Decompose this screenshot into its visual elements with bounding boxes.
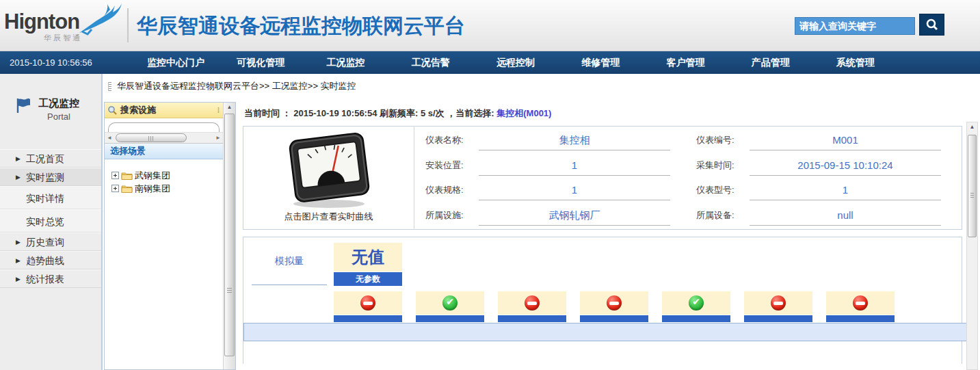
folder-icon bbox=[121, 184, 133, 194]
field-label: 仪表型号: bbox=[688, 184, 750, 196]
field-label: 采集时间: bbox=[688, 159, 750, 172]
sidebar-item-label: 工况首页 bbox=[26, 153, 64, 164]
scroll-left-arrow-icon[interactable]: ◄ bbox=[106, 135, 113, 141]
analog-values-panel: 模拟量 无值 无参数 bbox=[243, 237, 962, 364]
status-card-bar bbox=[744, 315, 812, 322]
sidebar-item-label: 实时总览 bbox=[26, 216, 64, 227]
nav-item-remote-control[interactable]: 远程控制 bbox=[473, 57, 558, 69]
horizontal-scrollbar[interactable]: ◄ ► bbox=[105, 132, 223, 144]
refresh-rate-text: 刷新频率: 5 s/次 bbox=[380, 108, 445, 118]
sidebar-item-realtime-monitor[interactable]: ▶ 实时监测 bbox=[0, 168, 101, 186]
status-card-bar bbox=[416, 315, 484, 322]
facility-search-header[interactable]: 搜索设施 ⁞ bbox=[105, 103, 223, 118]
status-card[interactable] bbox=[826, 291, 895, 322]
nav-item-monitoring-center[interactable]: 监控中心门户 bbox=[133, 57, 218, 69]
panel-dots-icon: ⁞ bbox=[217, 107, 220, 114]
logo: Hignton 华辰智通 bbox=[4, 10, 127, 43]
search-button[interactable] bbox=[919, 14, 944, 36]
status-icon bbox=[689, 295, 704, 310]
nav-item-system-mgmt[interactable]: 系统管理 bbox=[813, 57, 898, 69]
expand-plus-icon[interactable] bbox=[111, 172, 119, 179]
vscroll-thumb[interactable] bbox=[968, 135, 977, 237]
tree-node-label: 武钢集团 bbox=[135, 170, 170, 182]
sidebar-item-label: 统计报表 bbox=[26, 274, 64, 285]
field-value: 武钢轧钢厂 bbox=[479, 205, 670, 226]
field-label: 安装位置: bbox=[417, 159, 479, 172]
status-card[interactable] bbox=[416, 291, 484, 322]
no-value-card[interactable]: 无值 无参数 bbox=[334, 243, 402, 286]
search-icon bbox=[925, 18, 939, 31]
scene-select-header: 选择场景 bbox=[105, 144, 223, 159]
tree-node-wugang[interactable]: 武钢集团 bbox=[111, 169, 220, 182]
deer-logo-icon bbox=[74, 1, 123, 36]
status-card-bar bbox=[580, 315, 648, 322]
meter-details-panel: 点击图片查看实时曲线 仪表名称: 集控相 仪表编号: M001 安装位置: 1 … bbox=[243, 126, 962, 230]
nav-item-condition-monitor[interactable]: 工况监控 bbox=[303, 57, 388, 69]
status-card-bar bbox=[498, 315, 566, 322]
sidebar-item-realtime-detail[interactable]: 实时详情 bbox=[0, 186, 101, 209]
chevron-right-icon: ▶ bbox=[16, 150, 21, 168]
scroll-up-arrow-icon[interactable]: ▲ bbox=[967, 124, 977, 130]
current-time-value: 2015-10-19 10:56:54 bbox=[293, 108, 377, 118]
page-title: 华辰智通设备远程监控物联网云平台 bbox=[137, 12, 465, 40]
field-value: 1 bbox=[750, 180, 941, 200]
scroll-up-arrow-icon[interactable]: ▲ bbox=[224, 104, 235, 110]
main-panel: 当前时间 ： 2015-10-19 10:56:54 刷新频率: 5 s/次 ，… bbox=[236, 98, 980, 370]
status-icon bbox=[525, 295, 540, 310]
status-card[interactable] bbox=[334, 291, 402, 322]
field-label: 仪表编号: bbox=[688, 134, 750, 146]
nav-item-visual-mgmt[interactable]: 可视化管理 bbox=[218, 57, 303, 69]
sidebar-item-history-query[interactable]: ▶ 历史查询 bbox=[0, 233, 101, 251]
status-card[interactable] bbox=[498, 291, 566, 322]
expand-plus-icon[interactable] bbox=[111, 185, 119, 192]
field-label: 所属设施: bbox=[417, 209, 479, 222]
no-param-badge: 无参数 bbox=[334, 272, 402, 286]
portal-subtitle: Portal bbox=[38, 111, 79, 122]
facility-search-label: 搜索设施 bbox=[120, 104, 156, 116]
nav-item-maintenance-mgmt[interactable]: 维修管理 bbox=[558, 57, 643, 69]
vscroll-thumb[interactable] bbox=[224, 114, 235, 356]
sidebar-item-label: 历史查询 bbox=[26, 237, 64, 248]
main-vertical-scrollbar[interactable]: ▲ bbox=[966, 122, 978, 370]
sidebar-item-trend-curve[interactable]: ▶ 趋势曲线 bbox=[0, 251, 101, 269]
info-line: 当前时间 ： 2015-10-19 10:56:54 刷新频率: 5 s/次 ，… bbox=[243, 102, 962, 126]
nav-item-product-mgmt[interactable]: 产品管理 bbox=[728, 57, 813, 69]
field-label: 仪表名称: bbox=[417, 134, 479, 146]
breadcrumb-text: 华辰智通设备远程监控物联网云平台>> 工况监控>> 实时监控 bbox=[117, 80, 356, 92]
chevron-right-icon: ▶ bbox=[16, 270, 21, 289]
chevron-right-icon: ▶ bbox=[16, 168, 21, 187]
status-icon bbox=[360, 295, 375, 310]
nav-item-condition-alarm[interactable]: 工况告警 bbox=[388, 57, 473, 69]
facility-vertical-scrollbar[interactable]: ▲ bbox=[224, 103, 235, 369]
status-icon bbox=[607, 295, 622, 310]
meter-fields: 仪表名称: 集控相 仪表编号: M001 安装位置: 1 采集时间: 2015-… bbox=[414, 127, 962, 229]
analog-meter-image[interactable] bbox=[278, 133, 380, 209]
tree-node-nangang[interactable]: 南钢集团 bbox=[111, 182, 220, 195]
field-label: 所属设备: bbox=[688, 209, 750, 222]
status-icon bbox=[442, 295, 458, 310]
field-value: 1 bbox=[479, 155, 670, 176]
sidebar-item-home[interactable]: ▶ 工况首页 bbox=[0, 149, 101, 168]
scroll-right-arrow-icon[interactable]: ► bbox=[215, 135, 222, 141]
meter-caption: 点击图片查看实时曲线 bbox=[284, 211, 373, 223]
hscroll-thumb[interactable] bbox=[116, 133, 187, 142]
status-card[interactable] bbox=[580, 291, 648, 322]
status-card[interactable] bbox=[744, 291, 812, 322]
sidebar-item-realtime-overview[interactable]: 实时总览 bbox=[0, 209, 101, 233]
collapsed-search-field[interactable] bbox=[108, 122, 220, 132]
grip-icon bbox=[108, 82, 111, 91]
status-row bbox=[334, 291, 962, 322]
status-card[interactable] bbox=[662, 291, 730, 322]
sidebar: 工况监控 Portal ▶ 工况首页 ▶ 实时监测 实时详情 实时总览 ▶ 历史… bbox=[0, 74, 103, 370]
tree-node-label: 南钢集团 bbox=[135, 183, 170, 195]
field-label: 仪表规格: bbox=[417, 184, 479, 196]
search-input[interactable] bbox=[795, 17, 915, 35]
folder-icon bbox=[121, 171, 133, 181]
nav-item-customer-mgmt[interactable]: 客户管理 bbox=[643, 57, 728, 69]
status-card-bar bbox=[334, 315, 402, 322]
facility-panel: 搜索设施 ⁞ ◄ ► 选择场景 bbox=[104, 102, 236, 370]
breadcrumb: 华辰智通设备远程监控物联网云平台>> 工况监控>> 实时监控 bbox=[103, 74, 980, 98]
facility-tree: 武钢集团 南钢集团 bbox=[105, 159, 223, 369]
chevron-right-icon: ▶ bbox=[16, 233, 21, 252]
sidebar-item-stats-report[interactable]: ▶ 统计报表 bbox=[0, 269, 101, 288]
